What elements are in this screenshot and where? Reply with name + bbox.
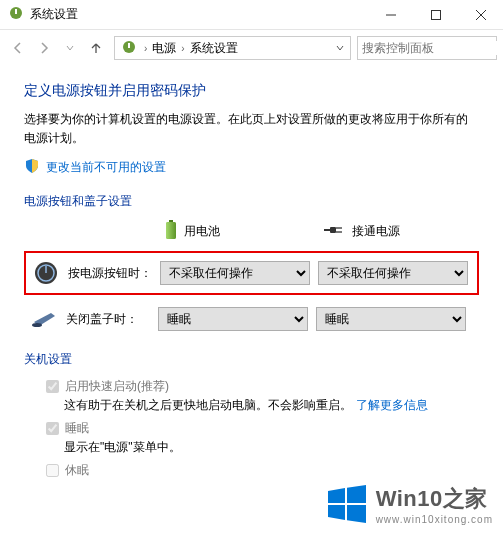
breadcrumb-settings[interactable]: 系统设置 bbox=[188, 40, 240, 57]
forward-button[interactable] bbox=[32, 36, 56, 60]
history-dropdown[interactable] bbox=[58, 36, 82, 60]
sleep-checkbox[interactable] bbox=[46, 422, 59, 435]
lid-label: 关闭盖子时： bbox=[66, 311, 150, 328]
fast-startup-desc: 这有助于在关机之后更快地启动电脑。不会影响重启。了解更多信息 bbox=[64, 397, 479, 414]
shield-icon bbox=[24, 158, 40, 177]
sleep-label: 睡眠 bbox=[65, 420, 89, 437]
svg-rect-7 bbox=[128, 43, 130, 48]
breadcrumb-dropdown[interactable] bbox=[332, 41, 348, 55]
hibernate-label: 休眠 bbox=[65, 462, 89, 479]
power-icon bbox=[121, 39, 137, 58]
svg-point-19 bbox=[32, 323, 42, 327]
up-button[interactable] bbox=[84, 36, 108, 60]
search-box[interactable] bbox=[357, 36, 497, 60]
watermark: Win10之家 www.win10xitong.com bbox=[326, 483, 493, 525]
power-button-icon bbox=[32, 261, 60, 285]
watermark-title: Win10之家 bbox=[376, 484, 493, 514]
battery-label: 用电池 bbox=[184, 223, 220, 240]
plug-icon bbox=[322, 223, 346, 240]
battery-icon bbox=[164, 220, 178, 243]
svg-rect-10 bbox=[169, 220, 173, 222]
minimize-button[interactable] bbox=[368, 0, 413, 30]
svg-rect-12 bbox=[166, 222, 176, 239]
page-description: 选择要为你的计算机设置的电源设置。在此页上对设置所做的更改将应用于你所有的电源计… bbox=[24, 110, 479, 148]
search-input[interactable] bbox=[362, 41, 503, 55]
breadcrumb[interactable]: › 电源 › 系统设置 bbox=[114, 36, 351, 60]
back-button[interactable] bbox=[6, 36, 30, 60]
window-title: 系统设置 bbox=[30, 6, 368, 23]
chevron-right-icon: › bbox=[141, 43, 150, 54]
app-icon bbox=[8, 5, 24, 24]
power-button-ac-select[interactable]: 不采取任何操作 bbox=[318, 261, 468, 285]
chevron-right-icon: › bbox=[178, 43, 187, 54]
svg-rect-1 bbox=[15, 9, 17, 14]
watermark-url: www.win10xitong.com bbox=[376, 514, 493, 525]
learn-more-link[interactable]: 了解更多信息 bbox=[356, 398, 428, 412]
fast-startup-checkbox[interactable] bbox=[46, 380, 59, 393]
breadcrumb-power[interactable]: 电源 bbox=[150, 40, 178, 57]
lid-ac-select[interactable]: 睡眠 bbox=[316, 307, 466, 331]
close-button[interactable] bbox=[458, 0, 503, 30]
page-title: 定义电源按钮并启用密码保护 bbox=[24, 82, 479, 100]
change-settings-link[interactable]: 更改当前不可用的设置 bbox=[46, 159, 166, 176]
ac-label: 接通电源 bbox=[352, 223, 400, 240]
lid-icon bbox=[30, 310, 58, 328]
hibernate-checkbox[interactable] bbox=[46, 464, 59, 477]
power-button-label: 按电源按钮时： bbox=[68, 265, 152, 282]
maximize-button[interactable] bbox=[413, 0, 458, 30]
sleep-desc: 显示在"电源"菜单中。 bbox=[64, 439, 479, 456]
power-section-title: 电源按钮和盖子设置 bbox=[24, 193, 479, 210]
windows-logo-icon bbox=[326, 483, 368, 525]
svg-rect-13 bbox=[330, 227, 336, 233]
shutdown-section-title: 关机设置 bbox=[24, 351, 479, 368]
highlighted-setting: 按电源按钮时： 不采取任何操作 不采取任何操作 bbox=[24, 251, 479, 295]
lid-battery-select[interactable]: 睡眠 bbox=[158, 307, 308, 331]
power-button-battery-select[interactable]: 不采取任何操作 bbox=[160, 261, 310, 285]
svg-rect-3 bbox=[431, 10, 440, 19]
fast-startup-label: 启用快速启动(推荐) bbox=[65, 378, 169, 395]
